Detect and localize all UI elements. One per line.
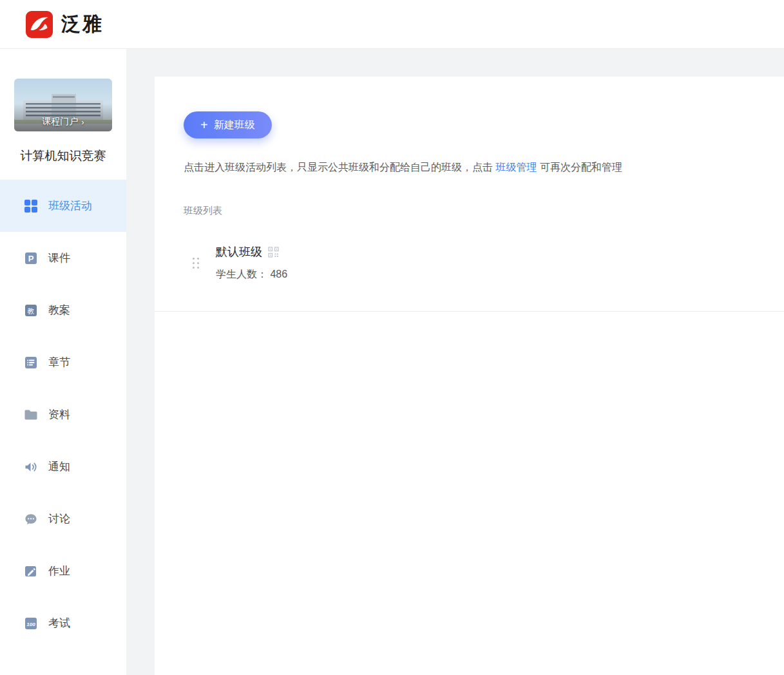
discussion-chat-icon (23, 511, 39, 527)
lesson-plan-icon: 教 (23, 303, 39, 318)
homework-icon (23, 564, 39, 579)
svg-text:教: 教 (28, 307, 35, 314)
row-divider (155, 311, 784, 312)
class-list-description: 点击进入班级活动列表，只显示公共班级和分配给自己的班级，点击 班级管理 可再次分… (184, 160, 784, 175)
notice-speaker-icon (23, 459, 39, 475)
class-list-item[interactable]: 默认班级 (184, 244, 784, 281)
chevron-right-icon: › (81, 118, 84, 126)
new-class-button[interactable]: + 新建班级 (184, 111, 272, 138)
courseware-icon: P (23, 251, 39, 266)
chapters-icon (23, 355, 39, 370)
content-card: + 新建班级 点击进入班级活动列表，只显示公共班级和分配给自己的班级，点击 班级… (155, 77, 784, 675)
course-portal-caption: 课程门户 › (14, 116, 112, 128)
materials-folder-icon (23, 407, 39, 423)
sidebar-item-class-activities[interactable]: 班级活动 (0, 180, 126, 232)
brand-name: 泛雅 (61, 11, 104, 37)
class-name[interactable]: 默认班级 (216, 244, 262, 260)
class-students-count: 学生人数： 486 (216, 268, 287, 281)
sidebar: 课程门户 › 计算机知识竞赛 班级活动 P (0, 49, 126, 675)
course-title: 计算机知识竞赛 (12, 146, 115, 166)
app-header: 泛雅 (0, 0, 784, 49)
sidebar-item-exams[interactable]: 100 考试 (0, 597, 126, 649)
svg-text:P: P (28, 254, 34, 263)
class-info: 默认班级 (216, 244, 287, 281)
sidebar-item-notifications[interactable]: 通知 (0, 441, 126, 493)
sidebar-item-lesson-plans[interactable]: 教 教案 (0, 284, 126, 336)
sidebar-item-courseware[interactable]: P 课件 (0, 232, 126, 284)
plus-icon: + (200, 119, 208, 131)
class-manage-link[interactable]: 班级管理 (495, 162, 537, 173)
class-list-label: 班级列表 (184, 205, 784, 217)
main-area: + 新建班级 点击进入班级活动列表，只显示公共班级和分配给自己的班级，点击 班级… (126, 49, 784, 675)
svg-text:100: 100 (26, 621, 35, 627)
sidebar-nav: 班级活动 P 课件 教 教案 (0, 180, 126, 649)
grid-icon (23, 198, 39, 214)
course-portal-card[interactable]: 课程门户 › (14, 79, 112, 131)
sidebar-item-homework[interactable]: 作业 (0, 545, 126, 597)
new-class-button-label: 新建班级 (214, 119, 255, 132)
sidebar-item-discussions[interactable]: 讨论 (0, 493, 126, 545)
qr-code-icon[interactable] (268, 247, 279, 258)
drag-handle-icon[interactable] (190, 255, 202, 271)
brand-logo-icon (26, 11, 53, 38)
description-suffix: 可再次分配和管理 (537, 162, 622, 173)
sidebar-item-materials[interactable]: 资料 (0, 388, 126, 441)
exam-icon: 100 (23, 616, 39, 631)
course-portal-label: 课程门户 (42, 116, 78, 128)
brand[interactable]: 泛雅 (26, 11, 104, 38)
description-prefix: 点击进入班级活动列表，只显示公共班级和分配给自己的班级，点击 (184, 162, 495, 173)
sidebar-item-chapters[interactable]: 章节 (0, 336, 126, 388)
